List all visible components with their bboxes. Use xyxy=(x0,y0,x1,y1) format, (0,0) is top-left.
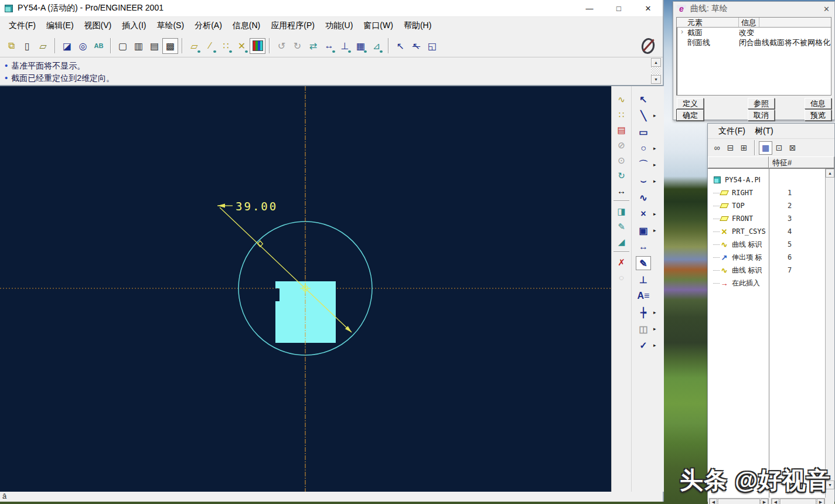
highlight-model-icon[interactable]: ▦ xyxy=(759,141,772,155)
arc-icon[interactable]: ⌒ xyxy=(636,158,651,172)
tool-use-edge[interactable]: ▣▸ xyxy=(632,222,664,239)
table-select-icon[interactable]: ◱ xyxy=(424,38,440,54)
open-file-icon[interactable]: ▱ xyxy=(35,38,51,54)
tree-row[interactable]: ✕PRT_CSYS4 xyxy=(708,225,834,238)
tool-done[interactable]: ✓▸ xyxy=(632,337,664,353)
tree-vertical-scrollbar[interactable]: ▲ ▼ xyxy=(825,169,834,498)
grid-toggle-icon[interactable]: ▦ xyxy=(353,38,369,54)
name-column-scrollbar[interactable]: ◀ ▶ xyxy=(709,498,769,504)
scroll-down-icon[interactable]: ▼ xyxy=(651,75,661,84)
menu-edit[interactable]: 编辑(E) xyxy=(41,18,79,34)
minimize-button[interactable]: — xyxy=(583,4,596,13)
tool-select[interactable]: ↖ xyxy=(632,91,664,107)
datum-point-toggle-icon[interactable]: ∷ xyxy=(218,38,234,54)
scroll-thumb[interactable] xyxy=(780,499,816,504)
repaint-icon[interactable]: ◪ xyxy=(59,38,75,54)
ok-button[interactable]: 确定 xyxy=(677,110,704,121)
section-wedge-icon[interactable]: ◢ xyxy=(615,235,629,248)
column-info[interactable]: 信息 xyxy=(739,18,759,27)
menu-insert[interactable]: 插入(I) xyxy=(117,18,151,34)
use-edge-icon[interactable]: ▣ xyxy=(636,223,651,237)
sketch-canvas[interactable]: 39.00 xyxy=(0,86,611,492)
menu-sketch[interactable]: 草绘(S) xyxy=(151,18,189,34)
menu-file[interactable]: 文件(F) xyxy=(4,18,41,34)
scroll-left-icon[interactable]: ◀ xyxy=(772,499,779,504)
dialog-close-icon[interactable]: ✕ xyxy=(823,5,830,13)
dimension-value[interactable]: 39.00 xyxy=(236,200,278,213)
wireframe-display-icon[interactable]: ▢ xyxy=(115,38,131,54)
tree-menu-tree[interactable]: 树(T) xyxy=(750,124,778,139)
fillet-icon[interactable]: ⌣ xyxy=(636,174,651,188)
undo-icon[interactable]: ↺ xyxy=(274,38,289,54)
tool-line[interactable]: ╲▸ xyxy=(632,107,664,124)
tool-mirror[interactable]: ◫▸ xyxy=(632,321,664,337)
sketch-curve-icon[interactable]: ∿ xyxy=(615,93,629,106)
tool-point[interactable]: ×▸ xyxy=(632,206,664,222)
redo-icon[interactable]: ↻ xyxy=(289,38,305,54)
constrain-icon[interactable]: ⊥ xyxy=(636,273,651,287)
tool-rectangle[interactable]: ▭ xyxy=(632,124,664,140)
tree-row[interactable]: FRONT3 xyxy=(708,212,834,225)
tool-modify[interactable]: ✎ xyxy=(632,255,664,271)
scroll-right-icon[interactable]: ▶ xyxy=(817,499,824,504)
tool-constrain[interactable]: ⊥ xyxy=(632,271,664,288)
shade-section-icon[interactable]: ◨ xyxy=(615,205,629,218)
point-icon[interactable]: × xyxy=(636,207,651,221)
shaded-display-icon[interactable]: ▩ xyxy=(162,38,178,54)
tree-menu-file[interactable]: 文件(F) xyxy=(714,124,750,139)
dimension-icon[interactable]: ↔ xyxy=(636,240,651,254)
scroll-thumb[interactable] xyxy=(718,499,760,504)
csys-toggle-icon[interactable]: ✕ xyxy=(234,38,250,54)
maximize-button[interactable]: □ xyxy=(612,4,625,13)
tree-row[interactable]: ↗伸出项 标6 xyxy=(708,251,834,264)
scroll-up-icon[interactable]: ▲ xyxy=(651,58,661,67)
constraint-toggle-icon[interactable]: ⊥ xyxy=(337,38,353,54)
column-element[interactable]: 元素 xyxy=(677,18,739,27)
tree-row[interactable]: →在此插入 xyxy=(708,277,834,290)
table-row[interactable]: › 截面 改变 xyxy=(677,28,831,38)
collapse-all-icon[interactable]: ⊟ xyxy=(724,141,737,155)
menu-applications[interactable]: 应用程序(P) xyxy=(265,18,320,34)
datum-plane-toggle-icon[interactable]: ▱ xyxy=(186,38,202,54)
hidden-line-display-icon[interactable]: ▥ xyxy=(131,38,146,54)
tool-dimension[interactable]: ↔ xyxy=(632,239,664,255)
preview-button[interactable]: 预览 xyxy=(805,110,831,121)
new-file-icon[interactable]: ▯ xyxy=(19,38,35,54)
show-columns-icon[interactable]: ⊡ xyxy=(772,141,786,155)
menu-window[interactable]: 窗口(W) xyxy=(358,18,398,34)
feature-number-column-header[interactable]: 特征# xyxy=(769,156,834,168)
flyout-arrow-icon[interactable]: ▸ xyxy=(653,342,656,348)
menu-help[interactable]: 帮助(H) xyxy=(398,18,437,34)
flyout-arrow-icon[interactable]: ▸ xyxy=(653,326,656,332)
expand-all-icon[interactable]: ⊞ xyxy=(737,141,751,155)
tool-trim[interactable]: ┾▸ xyxy=(632,304,664,321)
spline-icon[interactable]: ∿ xyxy=(636,190,651,205)
tree-settings-icon[interactable]: ⊠ xyxy=(786,141,799,155)
menu-utilities[interactable]: 功能(U) xyxy=(320,18,358,34)
menu-analysis[interactable]: 分析(A) xyxy=(189,18,227,34)
select-items-icon[interactable]: ↖ xyxy=(393,38,408,54)
tool-text[interactable]: A≡ xyxy=(632,288,664,304)
modify-section-icon[interactable]: ✎ xyxy=(615,220,629,233)
info-button[interactable]: 信息 xyxy=(805,98,831,109)
modify-icon[interactable]: ✎ xyxy=(636,256,651,270)
define-button[interactable]: 定义 xyxy=(677,98,704,109)
deselect-icon[interactable]: ↖ xyxy=(408,38,424,54)
tree-row[interactable]: RIGHT1 xyxy=(708,186,834,199)
delete-icon[interactable]: ✗ xyxy=(615,256,629,269)
tool-circle[interactable]: ○▸ xyxy=(632,140,664,156)
find-icon[interactable]: ∞ xyxy=(710,141,724,155)
message-scrollbar[interactable]: ▲ ▼ xyxy=(651,58,661,85)
references-button[interactable]: 参照 xyxy=(748,98,775,109)
menu-view[interactable]: 视图(V) xyxy=(79,18,117,34)
flyout-arrow-icon[interactable]: ▸ xyxy=(653,162,656,168)
scroll-left-icon[interactable]: ◀ xyxy=(710,499,717,504)
menu-info[interactable]: 信息(N) xyxy=(227,18,265,34)
flyout-arrow-icon[interactable]: ▸ xyxy=(653,145,656,151)
regenerate-icon[interactable]: ⇄ xyxy=(305,38,321,54)
mirror-icon[interactable]: ◫ xyxy=(636,322,651,336)
text-style-icon[interactable]: AB xyxy=(91,38,107,54)
table-row[interactable]: 剖面线 闭合曲线截面将不被网格化 xyxy=(677,38,831,47)
expander-icon[interactable]: › xyxy=(677,28,687,38)
flyout-arrow-icon[interactable]: ▸ xyxy=(653,309,656,315)
